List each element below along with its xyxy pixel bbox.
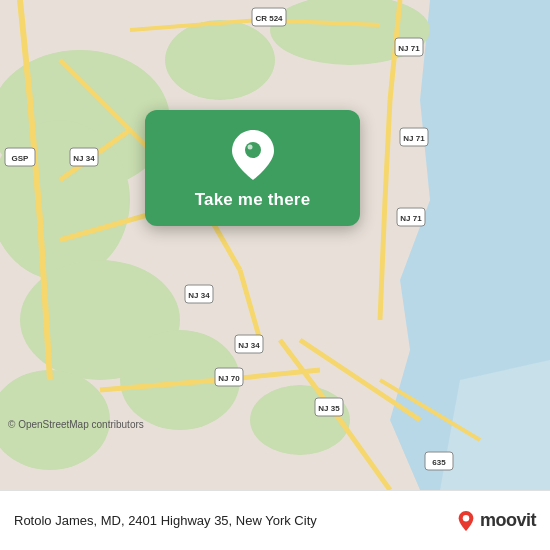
svg-text:GSP: GSP [12,154,30,163]
svg-text:NJ 34: NJ 34 [73,154,95,163]
svg-point-7 [250,385,350,455]
take-me-there-button[interactable]: Take me there [195,190,311,210]
svg-point-58 [463,515,469,521]
bottom-bar: Rotolo James, MD, 2401 Highway 35, New Y… [0,490,550,550]
svg-text:635: 635 [432,458,446,467]
svg-text:NJ 35: NJ 35 [318,404,340,413]
svg-text:NJ 34: NJ 34 [238,341,260,350]
svg-text:NJ 71: NJ 71 [403,134,425,143]
svg-text:NJ 71: NJ 71 [400,214,422,223]
svg-text:CR 524: CR 524 [255,14,283,23]
map-container: NJ 34 NJ 34 NJ 34 NJ 34 NJ 71 NJ 71 NJ 7… [0,0,550,490]
map-background: NJ 34 NJ 34 NJ 34 NJ 34 NJ 71 NJ 71 NJ 7… [0,0,550,490]
moovit-pin-icon [456,510,476,532]
svg-text:NJ 71: NJ 71 [398,44,420,53]
svg-text:NJ 70: NJ 70 [218,374,240,383]
svg-text:NJ 34: NJ 34 [188,291,210,300]
location-card: Take me there [145,110,360,226]
svg-point-9 [165,20,275,100]
svg-point-57 [247,145,252,150]
svg-point-56 [245,142,261,158]
moovit-wordmark: moovit [480,510,536,531]
moovit-logo: moovit [456,510,536,532]
map-copyright: © OpenStreetMap contributors [8,419,144,430]
location-text: Rotolo James, MD, 2401 Highway 35, New Y… [14,513,456,528]
map-pin-icon [229,128,277,180]
app: NJ 34 NJ 34 NJ 34 NJ 34 NJ 71 NJ 71 NJ 7… [0,0,550,550]
